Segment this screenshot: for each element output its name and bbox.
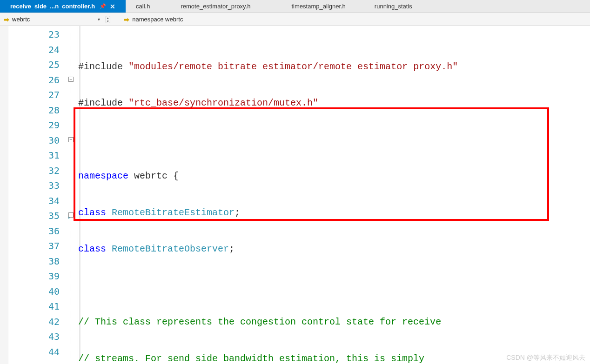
line-number: 28 (8, 103, 64, 118)
tab-label: running_statis (375, 3, 412, 10)
fold-column: − − − (64, 26, 78, 364)
line-number: 27 (8, 87, 64, 103)
line-number: 35🖉 (8, 208, 64, 224)
tab-remote-estimator[interactable]: remote_estimator_proxy.h (160, 0, 271, 13)
code-line: namespace webrtc { (78, 169, 590, 184)
close-icon[interactable]: ✕ (110, 3, 115, 10)
code-area[interactable]: #include "modules/remote_bitrate_estimat… (78, 26, 590, 364)
line-number: 34 (8, 193, 64, 209)
fold-toggle[interactable]: − (68, 137, 74, 142)
scope-text: webrtc (12, 16, 30, 23)
line-number: 26 (8, 73, 64, 88)
watermark: CSDN @等风来不如迎风去 (506, 354, 585, 362)
tab-label: timestamp_aligner.h (292, 3, 346, 10)
line-number: 36 (8, 224, 64, 239)
line-number: 23 (8, 27, 64, 42)
line-number: 30 (8, 133, 64, 148)
arrow-icon: ➡ (4, 16, 9, 23)
tab-active[interactable]: receive_side_...n_controller.h 📌 ✕ (0, 0, 126, 13)
line-number: 43 (8, 329, 64, 344)
line-number: 39 (8, 269, 64, 284)
tab-call[interactable]: call.h (126, 0, 160, 13)
code-line: // This class represents the congestion … (78, 315, 590, 330)
line-number: 40 (8, 284, 64, 299)
arrow-icon: ➡ (124, 16, 129, 23)
tab-label: remote_estimator_proxy.h (181, 3, 250, 10)
marker-column (0, 26, 8, 364)
scope-selector-2[interactable]: ➡ namespace webrtc (124, 16, 183, 23)
line-number: 37 (8, 238, 64, 254)
line-number: 44 (8, 344, 64, 360)
fold-toggle[interactable]: − (68, 212, 74, 218)
scope-text: namespace webrtc (132, 16, 183, 23)
line-number: 29 (8, 118, 64, 133)
separator (117, 14, 117, 25)
tab-running-statis[interactable]: running_statis (366, 0, 421, 13)
code-editor[interactable]: 23 24 25 26 27 28 29 30 31 32 33 34 35🖉 … (0, 26, 590, 364)
line-number: 38 (8, 254, 64, 269)
chevron-down-icon[interactable]: ▾ (98, 17, 100, 22)
highlight-box (74, 107, 549, 221)
line-number: 31 (8, 148, 64, 163)
line-number: 25 (8, 57, 64, 73)
code-line: class RemoteBitrateEstimator; (78, 205, 590, 220)
line-number: 24 (8, 42, 64, 58)
line-number: 41 (8, 299, 64, 314)
line-number: 33 (8, 178, 64, 193)
tab-label: receive_side_...n_controller.h (10, 3, 95, 10)
stepper[interactable]: ▴▾ (106, 16, 110, 23)
code-line (78, 278, 590, 293)
line-number-gutter: 23 24 25 26 27 28 29 30 31 32 33 34 35🖉 … (8, 26, 64, 364)
code-line: class RemoteBitrateObserver; (78, 242, 590, 257)
tab-label: call.h (136, 3, 150, 10)
line-number: 32 (8, 163, 64, 179)
tab-timestamp-aligner[interactable]: timestamp_aligner.h (271, 0, 366, 13)
scope-selector-1[interactable]: ➡ webrtc ▾ ▴▾ (4, 16, 110, 23)
fold-toggle[interactable]: − (68, 77, 74, 82)
pin-icon[interactable]: 📌 (100, 3, 106, 9)
code-line: #include "modules/remote_bitrate_estimat… (78, 59, 590, 74)
line-number: 42 (8, 314, 64, 330)
navigation-bar: ➡ webrtc ▾ ▴▾ ➡ namespace webrtc (0, 13, 590, 26)
code-line: #include "rtc_base/synchronization/mutex… (78, 96, 590, 111)
tab-bar: receive_side_...n_controller.h 📌 ✕ call.… (0, 0, 590, 13)
code-line (78, 132, 590, 147)
